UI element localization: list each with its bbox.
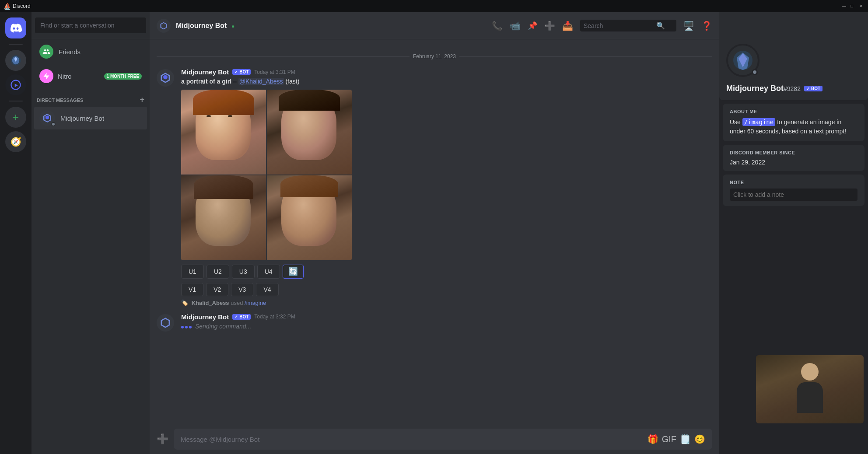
search-box[interactable]: 🔍 — [580, 20, 676, 31]
u2-button[interactable]: U2 — [206, 265, 229, 279]
add-friend-icon[interactable]: ➕ — [544, 21, 555, 31]
dot-1 — [181, 326, 184, 328]
message-input[interactable] — [181, 436, 644, 443]
date-divider: February 11, 2023 — [150, 53, 719, 59]
header-actions: 📞 📹 📌 ➕ 📥 🔍 🖥️ ❓ — [492, 20, 712, 31]
refresh-icon: 🔄 — [288, 267, 298, 276]
upscale-buttons: U1 U2 U3 U4 🔄 — [181, 265, 712, 279]
v2-button[interactable]: V2 — [206, 283, 228, 296]
about-me-text: Use /imagine to generate an image in und… — [730, 118, 858, 136]
portrait-image-3 — [181, 175, 266, 260]
profile-username: Midjourney Bot#9282 — [726, 84, 801, 93]
message-content-2: Midjourney Bot ✓ BOT Today at 3:32 PM — [181, 313, 712, 332]
profile-avatar — [726, 44, 760, 77]
checkmark-icon: ✓ — [234, 70, 238, 74]
slash-command-notice: /imagine — [245, 300, 266, 306]
portrait-image-1 — [181, 90, 266, 175]
divider-line-right — [459, 56, 712, 57]
message-author-1: Midjourney Bot — [181, 68, 229, 76]
sidebar-divider-2 — [9, 101, 23, 101]
video-icon[interactable]: 📹 — [510, 21, 521, 31]
nitro-icon — [39, 69, 53, 83]
portrait-image-2 — [267, 90, 352, 175]
minimize-button[interactable]: — — [842, 3, 847, 9]
message-input-bar: ➕ 🎁 GIF 🗒️ 😊 — [150, 424, 719, 454]
friends-icon — [39, 45, 53, 59]
u1-button[interactable]: U1 — [181, 265, 204, 279]
search-input[interactable] — [584, 22, 654, 29]
direct-messages-header: DIRECT MESSAGES + — [32, 88, 150, 106]
find-conversation-input[interactable] — [35, 17, 146, 33]
channel-header: Midjourney Bot ● 📞 📹 📌 ➕ 📥 🔍 🖥️ ❓ — [150, 12, 719, 39]
bot-online-indicator: ● — [231, 23, 234, 29]
v1-button[interactable]: V1 — [181, 283, 203, 296]
nitro-nav-item[interactable]: Nitro 1 MONTH FREE — [34, 65, 147, 87]
explore-servers-button[interactable]: 🧭 — [5, 131, 26, 152]
checkmark-icon-2: ✓ — [234, 314, 238, 319]
titlebar: ⛵ Discord — □ ✕ — [0, 0, 868, 12]
nitro-badge: 1 MONTH FREE — [104, 73, 142, 80]
channel-info: Midjourney Bot ● — [176, 22, 234, 30]
sticker-icon[interactable]: 🗒️ — [680, 434, 691, 444]
app-icon: ⛵ — [4, 3, 11, 10]
u3-button[interactable]: U3 — [232, 265, 255, 279]
person-head — [801, 363, 819, 381]
u4-button[interactable]: U4 — [257, 265, 280, 279]
portrait-image-grid[interactable] — [181, 90, 352, 260]
dm-item-midjourney[interactable]: Midjourney Bot — [34, 107, 147, 129]
dm-section-label: DIRECT MESSAGES — [37, 98, 83, 103]
friends-nav-item[interactable]: Friends — [34, 40, 147, 63]
khalid-command-notice: 🏷️ Khalid_Abess used /imagine — [150, 298, 719, 308]
date-label: February 11, 2023 — [413, 53, 456, 59]
maximize-button[interactable]: □ — [850, 3, 856, 9]
server-icon-ai[interactable] — [5, 50, 26, 71]
gift-icon[interactable]: 🎁 — [648, 434, 658, 444]
note-input[interactable] — [730, 189, 858, 201]
main-chat-area: Midjourney Bot ● 📞 📹 📌 ➕ 📥 🔍 🖥️ ❓ — [150, 12, 719, 454]
messages-list: February 11, 2023 Midjourney Bot ✓ — [150, 39, 719, 424]
about-me-title: ABOUT ME — [730, 109, 858, 114]
user-profile-panel: Midjourney Bot#9282 ✓ BOT ABOUT ME Use /… — [719, 12, 868, 454]
divider-line-left — [157, 56, 410, 57]
emoji-icon[interactable]: 😊 — [694, 434, 705, 444]
v4-button[interactable]: V4 — [256, 283, 278, 296]
imagine-command-highlight: /imagine — [742, 118, 775, 126]
bot-avatar-msg2 — [157, 314, 174, 332]
midjourney-bot-avatar — [39, 110, 55, 126]
search-icon: 🔍 — [656, 21, 665, 30]
member-since-section: DISCORD MEMBER SINCE Jan 29, 2022 — [723, 145, 864, 171]
message-timestamp-2: Today at 3:32 PM — [254, 314, 295, 320]
new-dm-button[interactable]: + — [140, 95, 144, 105]
inbox-icon[interactable]: 📥 — [562, 21, 573, 31]
phone-icon[interactable]: 📞 — [492, 21, 503, 31]
webcam-video — [756, 355, 864, 423]
add-server-button[interactable]: + — [5, 107, 26, 128]
message-timestamp-1: Today at 3:31 PM — [254, 69, 295, 75]
gif-icon[interactable]: GIF — [662, 434, 676, 444]
mention-khalid: @Khalid_Abess — [238, 78, 284, 85]
channel-name: Midjourney Bot — [176, 22, 227, 29]
app-title: Discord — [13, 3, 31, 9]
khalid-username-notice: Khalid_Abess — [192, 300, 229, 306]
note-section: NOTE — [723, 175, 864, 206]
refresh-button[interactable]: 🔄 — [283, 265, 304, 279]
member-since-title: DISCORD MEMBER SINCE — [730, 150, 858, 155]
bot-badge-2: ✓ BOT — [232, 314, 251, 320]
channel-bot-icon — [157, 19, 171, 33]
server-icon-explore[interactable] — [5, 74, 26, 95]
message-item-2: Midjourney Bot ✓ BOT Today at 3:32 PM — [150, 311, 719, 333]
variation-buttons: V1 V2 V3 V4 — [181, 283, 712, 296]
v3-button[interactable]: V3 — [231, 283, 253, 296]
close-button[interactable]: ✕ — [859, 3, 864, 9]
sending-dots — [181, 326, 192, 328]
person-body — [797, 382, 823, 413]
attach-file-icon[interactable]: ➕ — [157, 433, 168, 445]
discord-home-button[interactable] — [5, 17, 26, 38]
profile-name-row: Midjourney Bot#9282 ✓ BOT — [726, 84, 861, 93]
message-content-1: Midjourney Bot ✓ BOT Today at 3:31 PM a … — [181, 68, 712, 296]
help-icon[interactable]: ❓ — [701, 21, 712, 31]
inbox-tray-icon[interactable]: 🖥️ — [683, 21, 694, 31]
pin-icon[interactable]: 📌 — [528, 21, 537, 31]
search-bar-container — [32, 12, 150, 39]
dot-3 — [189, 326, 192, 328]
